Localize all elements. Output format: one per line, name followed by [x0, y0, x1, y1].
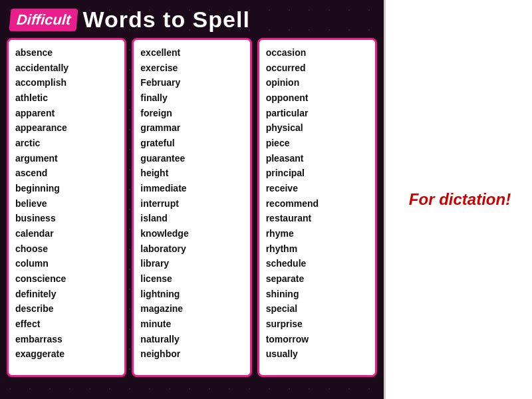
word-item: argument: [15, 151, 118, 166]
word-item: exercise: [140, 61, 243, 76]
word-item: immediate: [140, 181, 243, 196]
word-item: business: [15, 211, 118, 226]
word-item: surprise: [266, 317, 368, 332]
word-item: choose: [15, 241, 118, 257]
word-item: definitely: [15, 287, 118, 302]
dictation-label: For dictation!: [409, 190, 511, 209]
word-item: exaggerate: [15, 346, 118, 362]
word-item: island: [140, 211, 243, 226]
word-item: separate: [266, 271, 368, 287]
word-item: conscience: [15, 271, 118, 287]
difficult-badge: Difficult: [9, 9, 78, 31]
word-item: opponent: [266, 90, 368, 106]
column-1: absenceaccidentallyaccomplishathleticapp…: [7, 38, 126, 377]
word-item: receive: [266, 181, 368, 196]
word-item: height: [140, 166, 243, 181]
word-item: tomorrow: [266, 332, 368, 347]
word-item: piece: [266, 136, 368, 151]
word-item: foreign: [140, 106, 243, 121]
word-item: restaurant: [266, 211, 368, 226]
word-item: calendar: [15, 226, 118, 241]
word-item: excellent: [140, 45, 243, 61]
word-item: apparent: [15, 106, 118, 121]
word-item: finally: [140, 90, 243, 106]
word-item: license: [140, 271, 243, 287]
word-item: arctic: [15, 136, 118, 151]
word-item: minute: [140, 317, 243, 332]
word-item: accidentally: [15, 61, 118, 76]
word-item: knowledge: [140, 226, 243, 241]
word-item: grateful: [140, 136, 243, 151]
word-item: naturally: [140, 332, 243, 347]
word-item: magazine: [140, 301, 243, 317]
word-item: rhyme: [266, 226, 368, 241]
word-item: effect: [15, 317, 118, 332]
word-item: library: [140, 256, 243, 271]
word-item: column: [15, 256, 118, 271]
word-item: rhythm: [266, 241, 368, 257]
column-2: excellentexerciseFebruaryfinallyforeigng…: [132, 38, 251, 377]
word-item: appearance: [15, 120, 118, 136]
word-item: opinion: [266, 75, 368, 90]
word-item: guarantee: [140, 151, 243, 166]
word-item: occasion: [266, 45, 368, 61]
word-item: recommend: [266, 196, 368, 211]
word-item: beginning: [15, 181, 118, 196]
word-item: laboratory: [140, 241, 243, 257]
word-item: shining: [266, 287, 368, 302]
word-item: schedule: [266, 256, 368, 271]
word-item: February: [140, 75, 243, 90]
page-wrapper: Difficult Words to Spell absenceaccident…: [0, 0, 532, 399]
header: Difficult Words to Spell: [0, 0, 384, 38]
word-item: physical: [266, 120, 368, 136]
word-item: interrupt: [140, 196, 243, 211]
word-item: neighbor: [140, 346, 243, 362]
word-item: lightning: [140, 287, 243, 302]
word-item: ascend: [15, 166, 118, 181]
word-item: accomplish: [15, 75, 118, 90]
word-item: believe: [15, 196, 118, 211]
title-text: Words to Spell: [82, 7, 249, 33]
word-item: absence: [15, 45, 118, 61]
word-item: describe: [15, 301, 118, 317]
word-item: usually: [266, 346, 368, 362]
word-item: pleasant: [266, 151, 368, 166]
word-item: occurred: [266, 61, 368, 76]
word-item: embarrass: [15, 332, 118, 347]
word-item: particular: [266, 106, 368, 121]
columns-wrapper: absenceaccidentallyaccomplishathleticapp…: [0, 38, 384, 384]
word-item: special: [266, 301, 368, 317]
column-3: occasionoccurredopinionopponentparticula…: [257, 38, 377, 377]
word-item: athletic: [15, 90, 118, 106]
main-container: Difficult Words to Spell absenceaccident…: [0, 0, 386, 399]
word-item: principal: [266, 166, 368, 181]
right-side: For dictation!: [388, 0, 532, 399]
word-item: grammar: [140, 120, 243, 136]
